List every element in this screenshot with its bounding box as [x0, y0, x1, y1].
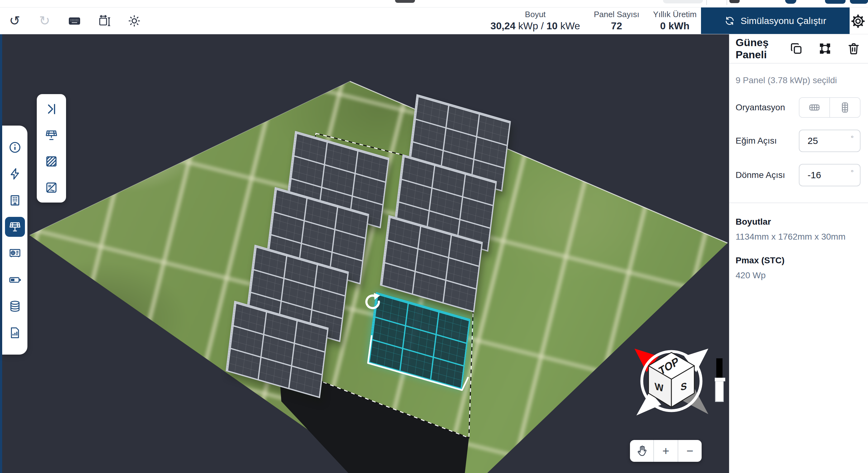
- viewport-3d[interactable]: TOP W S + −: [0, 34, 729, 473]
- stat-size-value: 30,24 kWp / 10 kWe: [490, 20, 580, 32]
- solar-panel-icon[interactable]: [5, 217, 25, 237]
- redo-icon[interactable]: ↻: [37, 14, 52, 28]
- run-simulation-button[interactable]: Simülasyonu Çalıştır: [701, 7, 849, 34]
- browser-divider: [726, 0, 727, 5]
- stat-size-label: Boyut: [525, 9, 546, 20]
- orientation-portrait-icon[interactable]: [830, 98, 860, 117]
- stat-panel-count-label: Panel Sayısı: [594, 9, 639, 20]
- stat-yearly-yield-label: Yıllık Üretim: [653, 9, 696, 20]
- orientation-landscape-icon[interactable]: [800, 98, 830, 117]
- view-cube[interactable]: TOP W S: [627, 337, 716, 425]
- database-icon[interactable]: [5, 296, 25, 316]
- inverter-icon[interactable]: [5, 243, 25, 263]
- orientation-toggle: [799, 97, 861, 118]
- stat-panel-count: Panel Sayısı 72: [594, 9, 639, 32]
- tilt-angle-label: Eğim Açısı: [736, 136, 777, 146]
- gear-icon[interactable]: [850, 14, 866, 29]
- run-simulation-label: Simülasyonu Çalıştır: [741, 15, 826, 26]
- browser-button-fragment: [850, 0, 868, 4]
- browser-tab-fragment: [395, 0, 415, 3]
- browser-divider: [706, 0, 707, 5]
- degree-unit: °: [850, 168, 854, 177]
- report-icon[interactable]: [5, 323, 25, 343]
- degree-unit: °: [850, 134, 854, 143]
- properties-panel: Güneş Paneli 9 Panel (3.78 kWp) seçildi …: [729, 34, 868, 473]
- cube-south-label: S: [680, 380, 687, 393]
- stat-yearly-yield-value: 0 kWh: [660, 20, 689, 32]
- copy-icon[interactable]: [789, 42, 803, 56]
- trash-icon[interactable]: [847, 42, 861, 56]
- dimensions-label: Boyutlar: [736, 217, 861, 227]
- azimuth-angle-label: Dönme Açısı: [736, 170, 785, 180]
- browser-avatar-fragment: [785, 0, 796, 4]
- elevation-slider[interactable]: [714, 358, 725, 402]
- keepout-zone-icon[interactable]: [43, 153, 60, 170]
- refresh-icon: [724, 15, 735, 26]
- project-stats: Boyut 30,24 kWp / 10 kWe Panel Sayısı 72…: [490, 7, 696, 34]
- main-toolbar: ↺ ↻: [0, 7, 868, 34]
- browser-pill-fragment: [663, 0, 703, 3]
- transform-icon[interactable]: [818, 42, 832, 56]
- zoom-in-button[interactable]: +: [654, 440, 678, 462]
- building-icon[interactable]: [5, 190, 25, 210]
- pan-hand-icon[interactable]: [630, 440, 654, 462]
- info-icon[interactable]: [5, 137, 25, 157]
- undo-icon[interactable]: ↺: [7, 14, 22, 28]
- dimensions-value: 1134mm x 1762mm x 30mm: [736, 232, 861, 242]
- stat-panel-count-value: 72: [611, 20, 622, 32]
- slider-track: [716, 358, 722, 378]
- brightness-icon[interactable]: [127, 14, 142, 28]
- orientation-label: Oryantasyon: [736, 102, 785, 113]
- solar-design-app: ↺ ↻: [0, 0, 868, 473]
- browser-strip: [0, 0, 868, 7]
- solar-panel-icon[interactable]: [43, 127, 60, 144]
- divider: [730, 63, 868, 64]
- dimension-icon[interactable]: [97, 14, 112, 28]
- inverter-square-icon[interactable]: [43, 179, 60, 196]
- browser-button-fragment: [825, 0, 845, 4]
- collapse-icon[interactable]: [43, 100, 60, 118]
- slider-thumb[interactable]: [715, 378, 724, 402]
- selection-summary: 9 Panel (3.78 kWp) seçildi: [736, 75, 861, 85]
- pmax-value: 420 Wp: [736, 271, 861, 280]
- rotate-handle-icon[interactable]: [361, 289, 386, 314]
- zoom-controls: + −: [630, 440, 702, 462]
- left-sidebar: [2, 126, 27, 355]
- panel-title: Güneş Paneli: [736, 36, 789, 61]
- pmax-label: Pmax (STC): [736, 255, 861, 265]
- keyboard-icon[interactable]: [67, 14, 82, 28]
- zoom-out-button[interactable]: −: [678, 440, 702, 462]
- stat-yearly-yield: Yıllık Üretim 0 kWh: [653, 9, 696, 32]
- canvas-toolbar: [37, 94, 66, 202]
- browser-button-fragment: [730, 0, 740, 3]
- battery-icon[interactable]: [5, 270, 25, 290]
- left-edge-accent: [0, 34, 2, 473]
- energy-icon[interactable]: [5, 164, 25, 184]
- divider: [730, 202, 868, 203]
- stat-size: Boyut 30,24 kWp / 10 kWe: [490, 9, 580, 32]
